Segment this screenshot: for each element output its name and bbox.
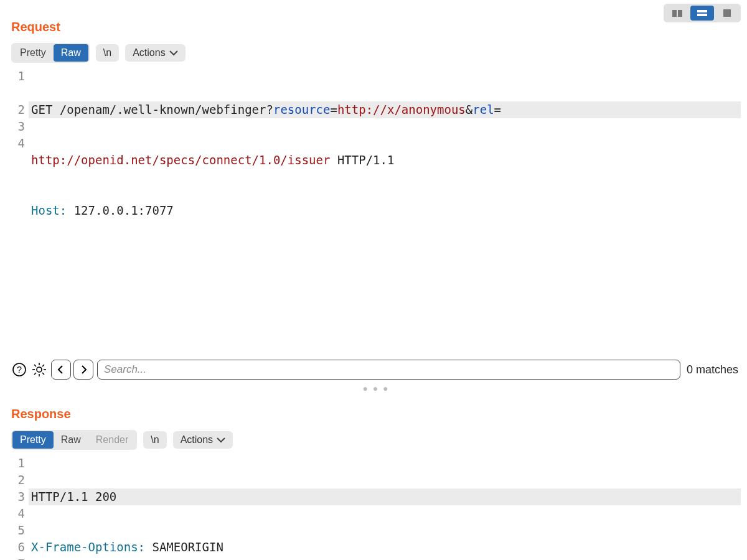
svg-line-10 [42,365,44,366]
help-icon[interactable]: ? [11,362,27,378]
svg-text:?: ? [17,364,22,375]
response-line-2: X-Frame-Options: SAMEORIGIN [29,539,741,556]
request-editor[interactable]: 1234 GET /openam/.well-known/webfinger?r… [11,68,741,353]
search-matches: 0 matches [684,363,741,376]
response-line-1: HTTP/1.1 200 [29,488,741,505]
tab-render[interactable]: Render [88,431,136,449]
svg-line-8 [42,373,44,375]
request-view-segment: Pretty Raw [11,43,90,63]
request-line-1b: http://openid.net/specs/connect/1.0/issu… [29,152,741,169]
actions-label: Actions [181,434,213,446]
search-next-button[interactable] [73,360,93,380]
tab-raw[interactable]: Raw [54,44,88,62]
search-prev-button[interactable] [51,360,71,380]
request-heading: Request [11,20,741,34]
tab-pretty[interactable]: Pretty [12,431,54,449]
request-searchbar: ? 0 matches [11,360,741,380]
view-rows-button[interactable] [690,6,714,21]
response-view-segment: Pretty Raw Render [11,430,137,450]
response-tabrow: Pretty Raw Render \n Actions [11,430,741,450]
response-gutter: 12345678 [11,455,29,560]
request-gutter: 1234 [11,68,29,353]
chevron-down-icon [217,437,225,443]
gear-icon[interactable] [31,362,47,378]
search-input[interactable] [97,360,680,380]
request-line-2: Host: 127.0.0.1:7077 [29,202,741,219]
actions-menu[interactable]: Actions [125,44,185,62]
view-single-button[interactable] [715,6,739,21]
chevron-down-icon [169,50,178,56]
newline-toggle[interactable]: \n [143,431,166,449]
pane-divider[interactable]: ● ● ● [11,383,741,393]
response-editor[interactable]: 12345678 HTTP/1.1 200 X-Frame-Options: S… [11,455,741,560]
tab-pretty[interactable]: Pretty [12,44,54,62]
request-line-1: GET /openam/.well-known/webfinger?resour… [29,101,741,118]
actions-label: Actions [133,47,165,58]
request-tabrow: Pretty Raw \n Actions [11,43,741,63]
svg-line-9 [34,373,36,375]
response-heading: Response [11,407,741,421]
view-switch [664,4,741,22]
svg-line-7 [34,365,36,366]
svg-point-2 [37,367,42,372]
view-columns-button[interactable] [665,6,689,21]
request-line-3 [29,253,741,269]
newline-toggle[interactable]: \n [96,44,119,62]
actions-menu[interactable]: Actions [173,431,233,449]
request-line-4 [29,303,741,320]
tab-raw[interactable]: Raw [54,431,88,449]
